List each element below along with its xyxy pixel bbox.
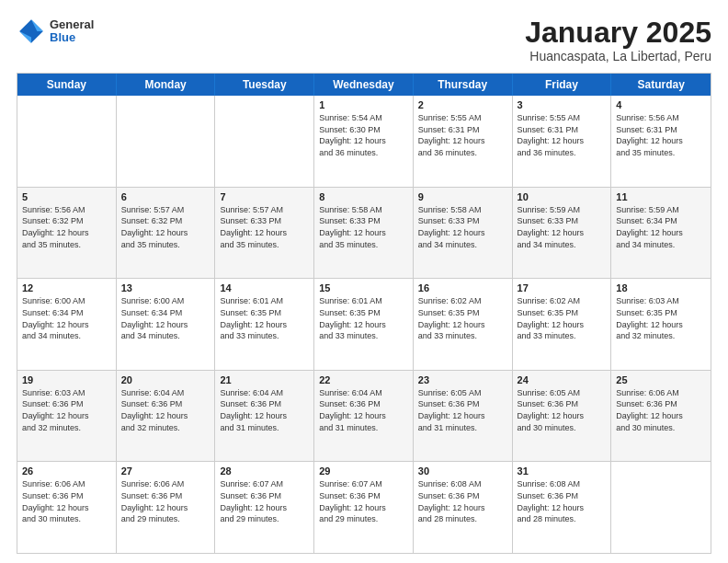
cell-info: Sunrise: 6:06 AM Sunset: 6:36 PM Dayligh… — [616, 387, 706, 433]
cell-info: Sunrise: 5:58 AM Sunset: 6:33 PM Dayligh… — [319, 204, 408, 250]
day-header-monday: Monday — [117, 74, 216, 96]
cell-2-5: 17Sunrise: 6:02 AM Sunset: 6:35 PM Dayli… — [513, 279, 612, 370]
cell-date: 11 — [616, 191, 706, 202]
cell-3-0: 19Sunrise: 6:03 AM Sunset: 6:36 PM Dayli… — [17, 371, 117, 462]
cell-date: 16 — [418, 282, 507, 293]
cell-4-1: 27Sunrise: 6:06 AM Sunset: 6:36 PM Dayli… — [117, 462, 216, 553]
week-4: 26Sunrise: 6:06 AM Sunset: 6:36 PM Dayli… — [17, 462, 711, 553]
cell-2-2: 14Sunrise: 6:01 AM Sunset: 6:35 PM Dayli… — [215, 279, 314, 370]
cell-info: Sunrise: 6:03 AM Sunset: 6:35 PM Dayligh… — [616, 295, 706, 341]
cell-date: 12 — [22, 282, 111, 293]
cell-info: Sunrise: 6:04 AM Sunset: 6:36 PM Dayligh… — [220, 387, 309, 433]
cell-info: Sunrise: 6:07 AM Sunset: 6:36 PM Dayligh… — [220, 478, 309, 524]
cell-date: 13 — [121, 282, 210, 293]
cell-0-1 — [117, 96, 216, 187]
cell-date: 4 — [616, 99, 706, 110]
cell-1-3: 8Sunrise: 5:58 AM Sunset: 6:33 PM Daylig… — [314, 188, 414, 279]
cell-date: 17 — [518, 282, 607, 293]
title-block: January 2025 Huancaspata, La Libertad, P… — [525, 17, 711, 63]
week-2: 12Sunrise: 6:00 AM Sunset: 6:34 PM Dayli… — [17, 279, 711, 371]
cell-date: 19 — [22, 374, 111, 385]
cell-date: 9 — [418, 191, 507, 202]
cell-date: 22 — [319, 374, 408, 385]
cell-info: Sunrise: 6:01 AM Sunset: 6:35 PM Dayligh… — [319, 295, 408, 341]
logo-general: General — [50, 18, 94, 31]
cell-0-5: 3Sunrise: 5:55 AM Sunset: 6:31 PM Daylig… — [513, 96, 612, 187]
cell-3-3: 22Sunrise: 6:04 AM Sunset: 6:36 PM Dayli… — [314, 371, 414, 462]
cell-0-4: 2Sunrise: 5:55 AM Sunset: 6:31 PM Daylig… — [414, 96, 513, 187]
day-header-thursday: Thursday — [414, 74, 513, 96]
cell-3-6: 25Sunrise: 6:06 AM Sunset: 6:36 PM Dayli… — [611, 371, 711, 462]
cell-2-3: 15Sunrise: 6:01 AM Sunset: 6:35 PM Dayli… — [314, 279, 414, 370]
cell-4-2: 28Sunrise: 6:07 AM Sunset: 6:36 PM Dayli… — [215, 462, 314, 553]
cell-info: Sunrise: 5:57 AM Sunset: 6:33 PM Dayligh… — [220, 204, 309, 250]
cell-info: Sunrise: 5:55 AM Sunset: 6:31 PM Dayligh… — [518, 112, 607, 158]
logo-text: General Blue — [50, 18, 94, 45]
cell-info: Sunrise: 6:08 AM Sunset: 6:36 PM Dayligh… — [418, 478, 507, 524]
cell-4-5: 31Sunrise: 6:08 AM Sunset: 6:36 PM Dayli… — [513, 462, 612, 553]
cell-info: Sunrise: 5:59 AM Sunset: 6:33 PM Dayligh… — [518, 204, 607, 250]
cell-date: 8 — [319, 191, 408, 202]
cell-info: Sunrise: 6:03 AM Sunset: 6:36 PM Dayligh… — [22, 387, 111, 433]
cell-info: Sunrise: 6:04 AM Sunset: 6:36 PM Dayligh… — [319, 387, 408, 433]
week-0: 1Sunrise: 5:54 AM Sunset: 6:30 PM Daylig… — [17, 96, 711, 188]
cell-4-6 — [611, 462, 711, 553]
logo-blue: Blue — [50, 31, 94, 44]
day-header-saturday: Saturday — [611, 74, 711, 96]
subtitle: Huancaspata, La Libertad, Peru — [525, 49, 711, 63]
day-header-tuesday: Tuesday — [215, 74, 314, 96]
week-3: 19Sunrise: 6:03 AM Sunset: 6:36 PM Dayli… — [17, 371, 711, 463]
cell-info: Sunrise: 6:04 AM Sunset: 6:36 PM Dayligh… — [121, 387, 210, 433]
cell-date: 1 — [319, 99, 408, 110]
cell-date: 5 — [22, 191, 111, 202]
day-header-sunday: Sunday — [17, 74, 117, 96]
cell-info: Sunrise: 6:06 AM Sunset: 6:36 PM Dayligh… — [121, 478, 210, 524]
cell-0-3: 1Sunrise: 5:54 AM Sunset: 6:30 PM Daylig… — [314, 96, 414, 187]
cell-date: 28 — [220, 465, 309, 477]
cell-date: 30 — [418, 465, 507, 477]
cell-1-1: 6Sunrise: 5:57 AM Sunset: 6:32 PM Daylig… — [117, 188, 216, 279]
cell-date: 20 — [121, 374, 210, 385]
weeks: 1Sunrise: 5:54 AM Sunset: 6:30 PM Daylig… — [17, 96, 711, 553]
cell-0-6: 4Sunrise: 5:56 AM Sunset: 6:31 PM Daylig… — [611, 96, 711, 187]
cell-date: 18 — [616, 282, 706, 293]
cell-date: 31 — [518, 465, 607, 477]
cell-info: Sunrise: 5:55 AM Sunset: 6:31 PM Dayligh… — [418, 112, 507, 158]
cell-info: Sunrise: 5:54 AM Sunset: 6:30 PM Dayligh… — [319, 112, 408, 158]
cell-info: Sunrise: 6:07 AM Sunset: 6:36 PM Dayligh… — [319, 478, 408, 524]
cell-date: 21 — [220, 374, 309, 385]
day-header-wednesday: Wednesday — [314, 74, 414, 96]
cell-info: Sunrise: 6:00 AM Sunset: 6:34 PM Dayligh… — [121, 295, 210, 341]
cell-info: Sunrise: 5:59 AM Sunset: 6:34 PM Dayligh… — [616, 204, 706, 250]
calendar: SundayMondayTuesdayWednesdayThursdayFrid… — [17, 73, 711, 554]
logo: General Blue — [17, 17, 94, 46]
cell-3-4: 23Sunrise: 6:05 AM Sunset: 6:36 PM Dayli… — [414, 371, 513, 462]
cell-info: Sunrise: 6:06 AM Sunset: 6:36 PM Dayligh… — [22, 478, 111, 524]
cell-date: 24 — [518, 374, 607, 385]
cell-0-0 — [17, 96, 117, 187]
cell-date: 2 — [418, 99, 507, 110]
cell-info: Sunrise: 6:05 AM Sunset: 6:36 PM Dayligh… — [418, 387, 507, 433]
cell-date: 7 — [220, 191, 309, 202]
logo-icon — [17, 17, 46, 46]
cell-info: Sunrise: 6:02 AM Sunset: 6:35 PM Dayligh… — [418, 295, 507, 341]
cell-date: 10 — [518, 191, 607, 202]
cell-1-6: 11Sunrise: 5:59 AM Sunset: 6:34 PM Dayli… — [611, 188, 711, 279]
cell-info: Sunrise: 6:05 AM Sunset: 6:36 PM Dayligh… — [518, 387, 607, 433]
day-header-friday: Friday — [513, 74, 612, 96]
header: General Blue January 2025 Huancaspata, L… — [17, 17, 711, 63]
cell-1-5: 10Sunrise: 5:59 AM Sunset: 6:33 PM Dayli… — [513, 188, 612, 279]
day-headers: SundayMondayTuesdayWednesdayThursdayFrid… — [17, 74, 711, 96]
cell-1-2: 7Sunrise: 5:57 AM Sunset: 6:33 PM Daylig… — [215, 188, 314, 279]
cell-2-6: 18Sunrise: 6:03 AM Sunset: 6:35 PM Dayli… — [611, 279, 711, 370]
cell-2-4: 16Sunrise: 6:02 AM Sunset: 6:35 PM Dayli… — [414, 279, 513, 370]
cell-3-1: 20Sunrise: 6:04 AM Sunset: 6:36 PM Dayli… — [117, 371, 216, 462]
cell-1-4: 9Sunrise: 5:58 AM Sunset: 6:33 PM Daylig… — [414, 188, 513, 279]
page: General Blue January 2025 Huancaspata, L… — [0, 0, 728, 563]
cell-date: 3 — [518, 99, 607, 110]
cell-1-0: 5Sunrise: 5:56 AM Sunset: 6:32 PM Daylig… — [17, 188, 117, 279]
cell-date: 15 — [319, 282, 408, 293]
cell-4-4: 30Sunrise: 6:08 AM Sunset: 6:36 PM Dayli… — [414, 462, 513, 553]
cell-info: Sunrise: 5:57 AM Sunset: 6:32 PM Dayligh… — [121, 204, 210, 250]
cell-info: Sunrise: 6:00 AM Sunset: 6:34 PM Dayligh… — [22, 295, 111, 341]
